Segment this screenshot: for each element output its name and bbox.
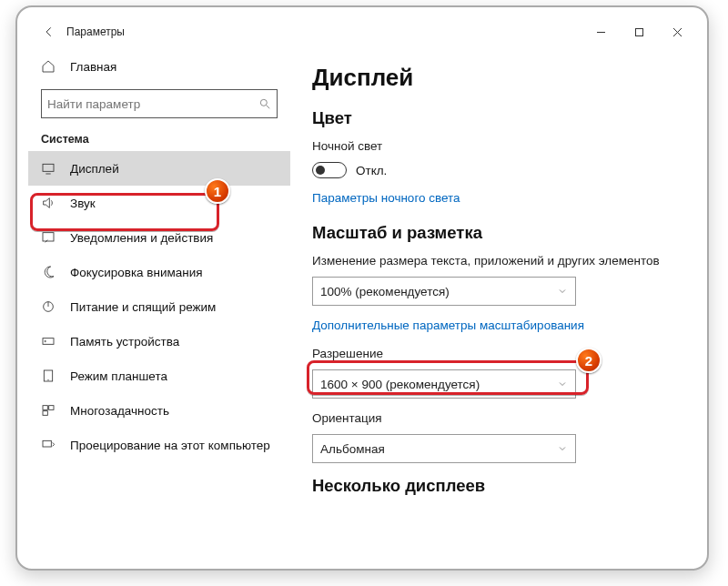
chevron-down-icon [557, 379, 568, 389]
sidebar-item-sound[interactable]: Звук [28, 186, 290, 220]
sidebar-item-notifications[interactable]: Уведомления и действия [28, 220, 290, 255]
orientation-dropdown[interactable]: Альбомная [312, 434, 576, 463]
sidebar-item-home[interactable]: Главная [28, 49, 290, 84]
tablet-icon [41, 369, 56, 383]
scale-dropdown[interactable]: 100% (рекомендуется) [312, 277, 576, 306]
svg-rect-17 [43, 411, 47, 416]
chevron-down-icon [557, 443, 568, 454]
search-icon [258, 97, 271, 110]
night-light-toggle[interactable] [312, 162, 347, 178]
section-heading-scale: Масштаб и разметка [312, 223, 693, 243]
sidebar-item-label: Память устройства [70, 335, 179, 349]
power-icon [41, 299, 56, 314]
dropdown-value: Альбомная [320, 442, 385, 456]
section-heading-color: Цвет [312, 108, 693, 128]
maximize-button[interactable] [620, 18, 658, 45]
advanced-scaling-link[interactable]: Дополнительные параметры масштабирования [312, 318, 693, 332]
titlebar: Параметры [28, 18, 700, 45]
page-title: Дисплей [312, 64, 693, 92]
section-heading-multiple-displays: Несколько дисплеев [312, 476, 693, 496]
orientation-label: Ориентация [312, 411, 693, 425]
sidebar-item-label: Звук [70, 197, 96, 210]
sound-icon [41, 196, 56, 210]
projecting-icon [41, 438, 56, 452]
sidebar-item-display[interactable]: Дисплей [28, 151, 290, 186]
back-button[interactable] [34, 18, 65, 45]
night-light-settings-link[interactable]: Параметры ночного света [312, 191, 693, 205]
resolution-label: Разрешение [312, 347, 693, 360]
sidebar: Главная Система Дисплей Звук [28, 45, 290, 561]
svg-rect-16 [49, 406, 54, 410]
svg-line-5 [267, 106, 270, 109]
svg-rect-18 [43, 440, 51, 447]
storage-icon [41, 334, 56, 349]
svg-point-12 [45, 340, 46, 341]
moon-icon [41, 265, 56, 279]
sidebar-item-multitasking[interactable]: Многозадачность [28, 393, 290, 428]
dropdown-value: 1600 × 900 (рекомендуется) [320, 378, 480, 391]
resolution-dropdown[interactable]: 1600 × 900 (рекомендуется) [312, 369, 576, 399]
notifications-icon [41, 230, 56, 245]
search-input[interactable] [41, 89, 278, 118]
multitasking-icon [41, 403, 56, 418]
svg-rect-6 [43, 164, 54, 171]
sidebar-item-tablet-mode[interactable]: Режим планшета [28, 359, 290, 393]
main-panel: Дисплей Цвет Ночной свет Откл. Параметры… [290, 45, 700, 561]
chevron-down-icon [557, 286, 568, 297]
minimize-button[interactable] [581, 18, 620, 45]
sidebar-item-label: Многозадачность [70, 404, 169, 418]
sidebar-item-label: Главная [70, 60, 116, 74]
svg-point-4 [260, 99, 267, 106]
search-field[interactable] [47, 97, 258, 111]
sidebar-item-label: Режим планшета [70, 369, 167, 383]
sidebar-item-label: Фокусировка внимания [70, 266, 203, 279]
sidebar-section-heading: Система [28, 127, 290, 151]
svg-rect-1 [635, 28, 642, 35]
svg-rect-13 [44, 370, 52, 381]
sidebar-item-label: Питание и спящий режим [70, 300, 216, 314]
toggle-state-label: Откл. [356, 164, 387, 177]
home-icon [41, 59, 56, 74]
sidebar-item-label: Дисплей [70, 162, 119, 176]
sidebar-item-projecting[interactable]: Проецирование на этот компьютер [28, 428, 290, 462]
sidebar-item-label: Уведомления и действия [70, 231, 213, 245]
sidebar-item-power[interactable]: Питание и спящий режим [28, 289, 290, 324]
dropdown-value: 100% (рекомендуется) [320, 285, 450, 298]
svg-rect-15 [43, 406, 47, 410]
window-title: Параметры [65, 25, 125, 38]
sidebar-item-focus-assist[interactable]: Фокусировка внимания [28, 255, 290, 289]
night-light-label: Ночной свет [312, 139, 693, 153]
display-icon [41, 161, 56, 176]
scale-size-label: Изменение размера текста, приложений и д… [312, 254, 693, 268]
svg-rect-8 [43, 233, 54, 241]
sidebar-item-label: Проецирование на этот компьютер [70, 439, 270, 452]
close-button[interactable] [658, 18, 696, 45]
sidebar-item-storage[interactable]: Память устройства [28, 324, 290, 359]
